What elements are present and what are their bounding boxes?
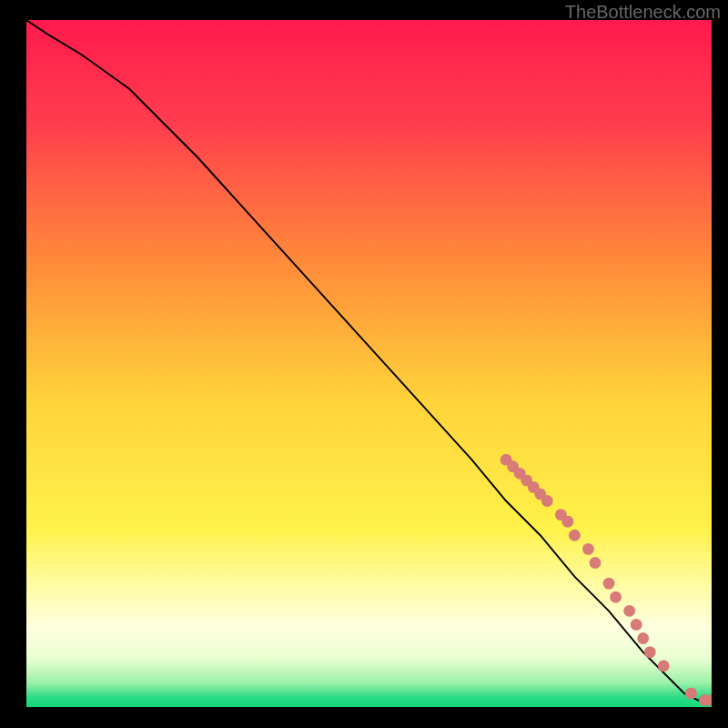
data-marker <box>637 632 649 644</box>
data-marker <box>603 578 615 590</box>
data-marker <box>590 557 602 569</box>
data-marker <box>623 605 635 617</box>
watermark-text: TheBottleneck.com <box>565 2 721 23</box>
chart-svg <box>26 20 712 707</box>
curve-line <box>26 20 712 700</box>
data-marker <box>541 495 553 507</box>
data-marker <box>685 687 697 699</box>
data-marker <box>569 530 581 541</box>
data-marker <box>561 516 573 528</box>
data-marker <box>631 619 642 631</box>
plot-area <box>26 20 712 707</box>
data-marker <box>658 660 670 672</box>
data-marker <box>644 646 656 658</box>
markers-group <box>500 454 712 706</box>
data-marker <box>582 543 594 555</box>
data-marker <box>610 592 622 603</box>
